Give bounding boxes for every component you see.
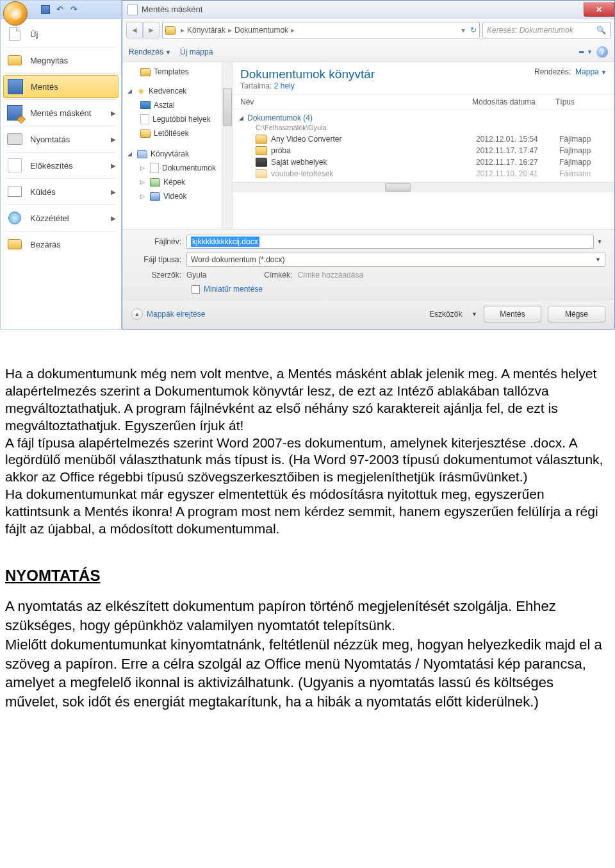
nav-forward-button[interactable]: ► xyxy=(143,22,160,38)
tree-documents[interactable]: ▷Dokumentumok xyxy=(124,161,231,175)
col-type[interactable]: Típus xyxy=(555,97,607,106)
recent-icon xyxy=(140,114,149,124)
office-menu-list: Új Megnyitás Mentés Mentés másként ▶ Nyo xyxy=(1,19,121,260)
tree-favorites[interactable]: ◢★Kedvencek xyxy=(124,84,231,98)
menu-item-close[interactable]: Bezárás xyxy=(1,233,121,256)
separator xyxy=(6,152,116,153)
paragraph: Mielőtt dokumentumunkat kinyomtatnánk, f… xyxy=(5,635,610,712)
new-folder-button[interactable]: Új mappa xyxy=(180,47,213,56)
list-item[interactable]: próba2012.11.17. 17:47Fájlmapp xyxy=(236,145,611,156)
list-item[interactable]: Any Video Converter2012.12.01. 15:54Fájl… xyxy=(236,133,611,145)
separator xyxy=(6,99,116,100)
menu-item-send[interactable]: Küldés ▶ xyxy=(1,180,121,203)
search-input[interactable]: Keresés: Dokumentumok 🔍 xyxy=(482,22,611,38)
tree-collapse-icon[interactable]: ◢ xyxy=(127,88,134,94)
filename-input[interactable]: kjkkkkkkkkkcij.docx xyxy=(186,235,594,249)
disk-pen-icon xyxy=(6,105,24,121)
col-name[interactable]: Név xyxy=(240,97,472,106)
file-type: Fáilmann xyxy=(559,169,611,178)
filetype-dropdown[interactable]: Word-dokumentum (*.docx)▼ xyxy=(186,253,605,267)
tree-collapse-icon[interactable]: ◢ xyxy=(127,151,134,157)
breadcrumb-segment[interactable]: Dokumentumok xyxy=(234,26,288,35)
tree-pictures[interactable]: ▷Képek xyxy=(124,175,231,189)
tree-label: Képek xyxy=(163,178,185,187)
sort-dropdown[interactable]: Mappa ▼ xyxy=(575,67,607,76)
tree-label: Asztal xyxy=(154,101,175,110)
file-group-header[interactable]: ◢Dokumentumok (4) xyxy=(236,112,611,124)
save-as-dialog: Mentés másként ✕ ◄ ► ▸ Könyvtárak ▸ Doku… xyxy=(122,0,615,330)
chevron-down-icon[interactable]: ▼ xyxy=(594,238,605,245)
chevron-right-icon: ▸ xyxy=(181,26,184,35)
list-item[interactable]: voutube-letoltesek2012.11.10. 20:41Fáilm… xyxy=(236,168,611,179)
tree-desktop[interactable]: Asztal xyxy=(124,98,231,112)
tree-collapse-icon[interactable]: ◢ xyxy=(239,115,243,121)
hide-folders-button[interactable]: ▲ Mappák elrejtése xyxy=(131,308,205,320)
nav-back-button[interactable]: ◄ xyxy=(126,22,143,38)
menu-item-print[interactable]: Nyomtatás ▶ xyxy=(1,128,121,151)
qa-redo-icon[interactable]: ↷ xyxy=(67,3,80,16)
office-button[interactable] xyxy=(3,1,28,26)
separator xyxy=(6,178,116,179)
filename-label: Fájlnév: xyxy=(131,237,186,246)
tools-dropdown[interactable]: Eszközök ▼ xyxy=(429,310,477,319)
breadcrumb[interactable]: ▸ Könyvtárak ▸ Dokumentumok ▸ ▾↻ xyxy=(162,22,480,38)
tree-expand-icon[interactable]: ▷ xyxy=(140,179,147,185)
menu-label: Nyomtatás xyxy=(30,135,70,144)
locations-link[interactable]: 2 hely xyxy=(274,81,295,90)
scrollbar-horizontal[interactable] xyxy=(233,182,614,192)
scrollbar-thumb[interactable] xyxy=(385,183,411,192)
tags-input[interactable]: Címke hozzáadása xyxy=(297,271,363,280)
tree-label: Videók xyxy=(163,192,186,201)
menu-label: Előkészítés xyxy=(30,161,72,171)
scrollbar-thumb[interactable] xyxy=(223,88,232,126)
folder-close-icon xyxy=(6,237,24,252)
view-icons-button[interactable]: ▪▪▪ xyxy=(578,47,583,56)
scrollbar[interactable] xyxy=(222,62,232,229)
file-date: 2012.11.17. 17:47 xyxy=(476,146,559,155)
page-icon xyxy=(6,26,24,42)
tree-label: Könyvtárak xyxy=(151,149,189,158)
tree-expand-icon[interactable]: ▷ xyxy=(140,193,147,199)
checkbox-icon[interactable] xyxy=(192,285,200,294)
chevron-right-icon: ▸ xyxy=(228,26,232,35)
author-value[interactable]: Gyula xyxy=(186,271,206,280)
chevron-down-icon[interactable]: ▼ xyxy=(587,49,593,55)
chevron-down-icon[interactable]: ▾ xyxy=(461,26,465,35)
refresh-icon[interactable]: ↻ xyxy=(470,26,477,35)
col-date[interactable]: Módosítás dátuma xyxy=(472,97,555,106)
tree-libraries[interactable]: ◢Könyvtárak xyxy=(124,147,231,161)
help-button[interactable]: ? xyxy=(596,46,608,58)
qa-undo-icon[interactable]: ↶ xyxy=(53,3,66,16)
menu-item-open[interactable]: Megnyitás xyxy=(1,49,121,72)
menu-item-save-as[interactable]: Mentés másként ▶ xyxy=(1,101,121,124)
tree-recent[interactable]: Legutóbbi helyek xyxy=(124,112,231,126)
group-name: Dokumentumok (4) xyxy=(247,113,313,122)
close-button[interactable]: ✕ xyxy=(584,3,614,17)
tree-downloads[interactable]: Letöltések xyxy=(124,126,231,140)
arrange-button[interactable]: Rendezés▼ xyxy=(129,47,171,56)
save-button[interactable]: Mentés xyxy=(484,306,541,322)
tree-templates[interactable]: Templates xyxy=(124,65,231,79)
desktop-icon xyxy=(140,101,151,109)
thumbnail-checkbox-row[interactable]: Miniatűr mentése xyxy=(192,285,605,294)
menu-item-publish[interactable]: Közzététel ▶ xyxy=(1,206,121,230)
tree-label: Legutóbbi helyek xyxy=(152,115,211,124)
thumbnail-label: Miniatűr mentése xyxy=(204,285,263,294)
menu-label: Új xyxy=(30,29,38,39)
file-list: ◢Dokumentumok (4) C:\Felhasználók\Gyula … xyxy=(233,110,614,182)
cancel-button[interactable]: Mégse xyxy=(548,306,605,322)
breadcrumb-segment[interactable]: Könyvtárak xyxy=(187,26,226,35)
list-item[interactable]: Saját webhelyek2012.11.17. 16:27Fájlmapp xyxy=(236,156,611,168)
menu-label: Mentés xyxy=(31,82,58,92)
printer-icon xyxy=(6,131,24,147)
document-body: Ha a dokumentumunk még nem volt mentve, … xyxy=(0,330,615,724)
tree-label: Letöltések xyxy=(154,129,189,138)
menu-item-prepare[interactable]: Előkészítés ▶ xyxy=(1,154,121,177)
tree-videos[interactable]: ▷Videók xyxy=(124,189,231,203)
submenu-arrow-icon: ▶ xyxy=(111,188,116,196)
qa-save-icon[interactable] xyxy=(39,3,52,16)
menu-item-save[interactable]: Mentés xyxy=(3,75,119,98)
tree-expand-icon[interactable]: ▷ xyxy=(140,165,147,171)
menu-item-new[interactable]: Új xyxy=(1,22,121,46)
separator xyxy=(6,47,116,47)
